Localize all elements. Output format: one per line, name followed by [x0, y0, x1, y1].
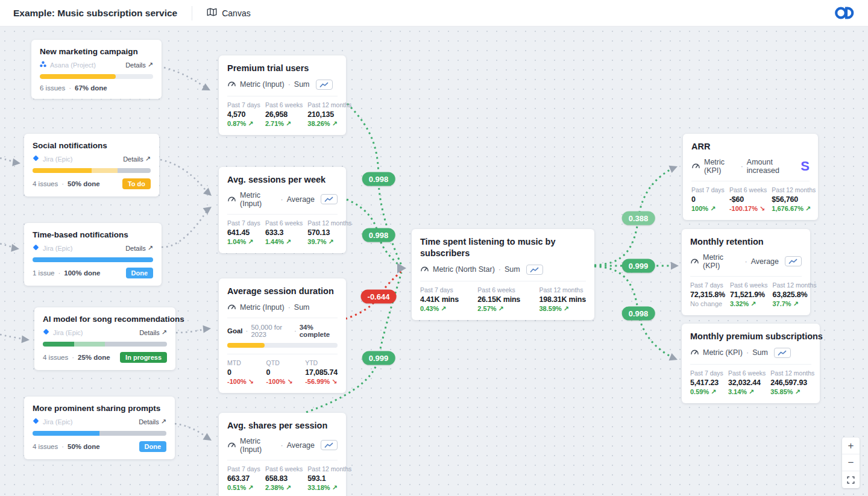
chart-icon[interactable]: [321, 194, 338, 204]
stat-past-7-days: Past 7 days72,315.8%No change: [690, 281, 725, 308]
metric-gauge-icon: [690, 348, 699, 357]
details-link[interactable]: Details↗: [139, 418, 166, 425]
stat-past-12-months: Past 12 months$56,7601,676.67% ↗: [772, 186, 816, 213]
source-label: Jira (Epic): [43, 245, 73, 252]
metric-title: ARR: [691, 141, 810, 152]
metric-title: Monthly retention: [690, 236, 802, 248]
header-divider: [192, 6, 192, 20]
stat-past-12-months: Past 12 months593.133.18% ↗: [307, 465, 351, 492]
correlation-badge[interactable]: 0.998: [622, 307, 655, 321]
metric-type: Metric (KPI): [704, 158, 737, 175]
status-badge: To do: [122, 178, 151, 189]
project-title: Time-based notifications: [33, 230, 153, 239]
jira-icon: [33, 418, 39, 425]
page-title: Example: Music subscription service: [13, 8, 177, 19]
progress-bar: [33, 168, 151, 173]
chart-icon[interactable]: [774, 348, 791, 358]
metric-card-premium-trial-users[interactable]: Premium trial users Metric (Input) · Sum…: [219, 55, 346, 135]
stat-past-12-months: Past 12 months63,825.8%37.7% ↗: [772, 281, 816, 308]
status-badge: In progress: [120, 352, 167, 363]
progress-bar: [43, 342, 167, 347]
metric-card-avg-shares-per-session[interactable]: Avg. shares per session Metric (Input) ·…: [219, 413, 346, 496]
stat-qtd: QTD0-100% ↘: [266, 359, 293, 386]
stat-past-12-months: Past 12 months198.31K mins38.59% ↗: [539, 286, 586, 313]
external-link-icon: ↗: [148, 61, 153, 69]
progress-bar: [33, 257, 153, 262]
metric-card-arr[interactable]: ARR Metric (KPI) · Amount increased S Pa…: [683, 134, 818, 220]
stat-past-6-weeks: Past 6 weeks633.31.44% ↗: [265, 219, 303, 246]
correlation-badge[interactable]: 0.998: [362, 172, 395, 186]
chart-icon[interactable]: [526, 265, 543, 275]
metric-card-time-spent-listening[interactable]: Time spent listening to music by subscri…: [412, 229, 594, 320]
metric-aggregation: Average: [287, 441, 315, 450]
strategy-canvas[interactable]: New marketing campaign Asana (Project) D…: [0, 27, 868, 496]
metric-card-average-session-duration[interactable]: Average session duration Metric (Input) …: [219, 278, 346, 393]
project-card-new-marketing-campaign[interactable]: New marketing campaign Asana (Project) D…: [31, 40, 162, 99]
top-bar: Example: Music subscription service Canv…: [0, 0, 868, 27]
correlation-badge[interactable]: 0.999: [622, 259, 655, 273]
metric-card-avg-sessions-per-week[interactable]: Avg. sessions per week Metric (Input) · …: [219, 167, 346, 253]
stat-past-6-weeks: Past 6 weeks26.15K mins2.57% ↗: [477, 286, 520, 313]
stat-past-6-weeks: Past 6 weeks-$60-100.17% ↘: [729, 186, 767, 213]
metric-title: Average session duration: [227, 286, 338, 297]
details-link[interactable]: Details↗: [139, 328, 167, 336]
stat-ytd: YTD17,085.74-56.99% ↘: [305, 359, 338, 386]
project-card-sharing-prompts[interactable]: More prominent sharing prompts Jira (Epi…: [24, 397, 175, 459]
stat-past-12-months: Past 12 months570.1339.7% ↗: [307, 219, 351, 246]
jira-icon: [33, 244, 39, 252]
metric-aggregation: Sum: [752, 348, 768, 357]
metric-type: Metric (KPI): [703, 253, 741, 270]
external-link-icon: ↗: [148, 244, 153, 252]
stat-past-6-weeks: Past 6 weeks32,032.443.14% ↗: [728, 369, 766, 396]
stat-past-6-weeks: Past 6 weeks658.832.38% ↗: [265, 465, 303, 492]
goal-complete: 34% complete: [300, 324, 338, 338]
project-card-time-based-notifications[interactable]: Time-based notifications Jira (Epic) Det…: [24, 223, 162, 286]
metric-aggregation: Average: [751, 257, 779, 266]
metric-title: Premium trial users: [227, 63, 338, 74]
chart-icon[interactable]: [316, 80, 333, 90]
goal-target: 50,000 for 2023: [251, 324, 291, 338]
fullscreen-button[interactable]: [842, 471, 860, 488]
metric-title: Monthly premium subscriptions: [690, 331, 811, 342]
project-card-social-notifications[interactable]: Social notifications Jira (Epic) Details…: [24, 134, 159, 196]
done-percent: 67% done: [75, 84, 107, 92]
stat-past-7-days: Past 7 days641.451.04% ↗: [227, 219, 260, 246]
correlation-badge[interactable]: 0.999: [362, 351, 395, 365]
zoom-in-button[interactable]: +: [842, 438, 860, 454]
chart-icon[interactable]: [785, 256, 802, 266]
progress-bar: [40, 74, 153, 79]
stat-past-7-days: Past 7 days4,5700.87% ↗: [227, 101, 260, 128]
doubleloop-logo[interactable]: [834, 5, 855, 21]
stat-past-7-days: Past 7 days663.370.51% ↗: [227, 465, 260, 492]
correlation-badge[interactable]: -0.644: [361, 290, 397, 304]
status-badge: Done: [126, 268, 154, 278]
metric-aggregation: Amount increased: [747, 158, 797, 175]
chart-icon[interactable]: [321, 440, 338, 450]
metric-type: Metric (Input): [240, 80, 285, 89]
source-label: Jira (Epic): [43, 155, 73, 163]
metric-title: Avg. sessions per week: [227, 174, 338, 186]
project-card-ai-model[interactable]: AI model for song recommendations Jira (…: [34, 307, 175, 370]
metric-aggregation: Average: [287, 195, 315, 204]
nav-canvas-tab[interactable]: Canvas: [207, 8, 250, 18]
correlation-badge[interactable]: 0.388: [622, 212, 655, 225]
metric-card-monthly-premium-subscriptions[interactable]: Monthly premium subscriptions Metric (KP…: [682, 324, 820, 403]
goal-row: Goal · 50,000 for 2023 · 34% complete: [227, 318, 338, 338]
source-label: Asana (Project): [50, 61, 96, 69]
metric-gauge-icon: [227, 303, 236, 312]
status-badge: Done: [139, 441, 167, 452]
metric-card-monthly-retention[interactable]: Monthly retention Metric (KPI) · Average…: [682, 229, 810, 315]
project-title: AI model for song recommendations: [43, 315, 167, 324]
details-link[interactable]: Details↗: [125, 61, 153, 69]
correlation-badge[interactable]: 0.998: [362, 228, 395, 242]
issues-count: 4 issues: [33, 180, 58, 187]
details-link[interactable]: Details↗: [123, 155, 151, 163]
zoom-out-button[interactable]: −: [842, 454, 860, 471]
details-link[interactable]: Details↗: [125, 244, 153, 252]
metric-aggregation: Sum: [294, 303, 310, 312]
external-link-icon: ↗: [162, 328, 167, 336]
done-percent: 50% done: [68, 443, 100, 450]
project-title: More prominent sharing prompts: [33, 404, 166, 413]
metric-gauge-icon: [690, 257, 699, 266]
nav-canvas-label: Canvas: [222, 8, 250, 18]
